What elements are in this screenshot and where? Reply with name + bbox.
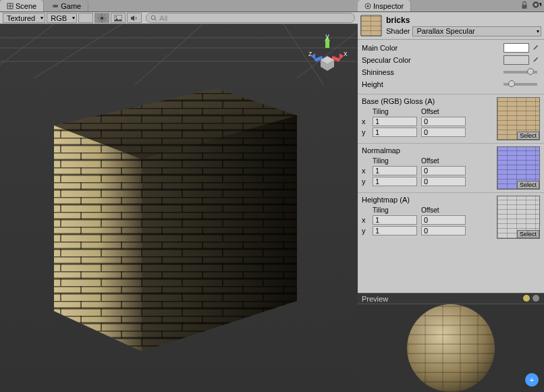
search-icon bbox=[151, 15, 157, 22]
game-icon bbox=[52, 3, 59, 9]
svg-line-9 bbox=[99, 16, 100, 16]
scene-search[interactable]: All bbox=[146, 13, 355, 23]
texture-thumbnail[interactable]: Select bbox=[497, 97, 540, 140]
scene-viewport[interactable]: y x z bbox=[0, 24, 358, 392]
svg-rect-26 bbox=[325, 41, 329, 48]
eyedropper-icon[interactable] bbox=[531, 43, 540, 53]
scene-image-button[interactable] bbox=[111, 13, 126, 23]
tex-group-title: Heightmap (A) bbox=[362, 196, 497, 204]
svg-text:z: z bbox=[308, 49, 312, 57]
tab-inspector-label: Inspector bbox=[373, 2, 404, 10]
tiling-y-input[interactable] bbox=[373, 128, 417, 137]
preview-label: Preview bbox=[362, 295, 388, 303]
tab-scene-label: Scene bbox=[16, 2, 36, 10]
svg-line-16 bbox=[155, 19, 157, 21]
tiling-y-input[interactable] bbox=[373, 226, 417, 235]
main-color-swatch[interactable] bbox=[504, 43, 529, 53]
select-texture-button[interactable]: Select bbox=[517, 230, 539, 238]
scene-audio-button[interactable] bbox=[127, 13, 142, 23]
offset-x-input[interactable] bbox=[421, 215, 466, 225]
tab-inspector[interactable]: Inspector bbox=[358, 0, 411, 11]
toggle-2d-button[interactable] bbox=[78, 13, 93, 23]
inspector-panel: bricks Shader Parallax Specular Main Col… bbox=[358, 12, 544, 293]
tab-scene[interactable]: Scene bbox=[0, 0, 44, 11]
scene-toolbar: Textured RGB All bbox=[0, 12, 358, 24]
tiling-x-input[interactable] bbox=[373, 215, 417, 225]
orientation-gizmo[interactable]: y x z bbox=[307, 34, 348, 75]
tab-game[interactable]: Game bbox=[45, 0, 88, 11]
shader-dropdown[interactable]: Parallax Specular bbox=[412, 26, 541, 36]
inspector-icon bbox=[364, 3, 371, 9]
svg-point-48 bbox=[367, 5, 369, 7]
svg-line-22 bbox=[135, 24, 202, 85]
context-menu-icon[interactable]: ▾ bbox=[532, 0, 541, 9]
tab-game-label: Game bbox=[61, 2, 81, 10]
svg-point-52 bbox=[523, 295, 530, 302]
texture-thumbnail[interactable]: Select bbox=[497, 196, 540, 239]
svg-rect-49 bbox=[522, 5, 527, 9]
scene-icon bbox=[7, 3, 13, 9]
shininess-slider[interactable] bbox=[504, 71, 537, 74]
tiling-x-input[interactable] bbox=[373, 166, 417, 175]
preview-sphere bbox=[407, 304, 495, 392]
offset-y-input[interactable] bbox=[421, 177, 466, 186]
svg-point-50 bbox=[533, 3, 538, 7]
lock-icon[interactable] bbox=[520, 0, 529, 9]
scene-cube bbox=[27, 78, 317, 355]
preview-viewport[interactable]: + bbox=[358, 304, 544, 392]
shading-dropdown[interactable]: Textured bbox=[3, 13, 45, 23]
material-name: bricks bbox=[386, 16, 541, 25]
height-label: Height bbox=[362, 80, 504, 88]
svg-line-21 bbox=[34, 24, 121, 78]
rendermode-dropdown[interactable]: RGB bbox=[47, 13, 77, 23]
select-texture-button[interactable]: Select bbox=[517, 181, 539, 189]
spec-color-swatch[interactable] bbox=[504, 55, 529, 65]
add-button[interactable]: + bbox=[525, 373, 539, 387]
tex-group-title: Base (RGB) Gloss (A) bbox=[362, 97, 497, 105]
left-tab-bar: Scene Game bbox=[0, 0, 358, 12]
preview-light-icon[interactable] bbox=[532, 294, 540, 304]
svg-text:▾: ▾ bbox=[539, 0, 542, 9]
material-thumbnail bbox=[360, 15, 382, 36]
svg-point-4 bbox=[101, 16, 104, 20]
svg-marker-44 bbox=[54, 125, 142, 352]
height-slider[interactable] bbox=[504, 83, 537, 86]
tex-group-title: Normalmap bbox=[362, 146, 497, 155]
shader-label: Shader bbox=[386, 27, 410, 35]
select-texture-button[interactable]: Select bbox=[517, 132, 539, 140]
svg-rect-3 bbox=[53, 5, 58, 7]
offset-x-input[interactable] bbox=[421, 166, 466, 175]
preview-section: Preview + bbox=[358, 293, 544, 392]
scene-light-button[interactable] bbox=[94, 13, 109, 23]
eyedropper-icon[interactable] bbox=[531, 55, 540, 65]
svg-line-10 bbox=[104, 20, 105, 21]
svg-point-14 bbox=[115, 16, 117, 18]
svg-text:y: y bbox=[325, 34, 329, 40]
texture-thumbnail[interactable]: Select bbox=[497, 146, 540, 190]
shininess-label: Shininess bbox=[362, 68, 504, 76]
svg-text:x: x bbox=[344, 49, 348, 57]
offset-y-input[interactable] bbox=[421, 226, 466, 235]
tiling-y-input[interactable] bbox=[373, 177, 417, 186]
right-tab-bar: Inspector ▾ bbox=[358, 0, 544, 12]
svg-point-53 bbox=[533, 295, 539, 302]
svg-line-11 bbox=[104, 16, 105, 16]
svg-line-20 bbox=[0, 24, 54, 65]
offset-y-input[interactable] bbox=[421, 128, 466, 137]
spec-color-label: Specular Color bbox=[362, 56, 504, 64]
preview-sphere-icon[interactable] bbox=[522, 294, 531, 304]
main-color-label: Main Color bbox=[362, 44, 504, 52]
offset-x-input[interactable] bbox=[421, 117, 466, 126]
svg-line-12 bbox=[99, 20, 100, 21]
tiling-x-input[interactable] bbox=[373, 117, 417, 126]
